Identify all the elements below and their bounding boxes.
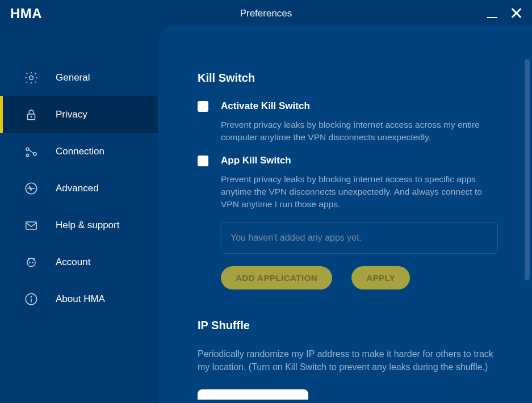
svg-point-12 bbox=[31, 296, 31, 297]
svg-point-8 bbox=[30, 262, 30, 263]
app-killswitch-checkbox[interactable] bbox=[198, 156, 208, 166]
section-title-ipshuffle: IP Shuffle bbox=[198, 319, 498, 332]
svg-point-3 bbox=[26, 148, 29, 150]
window-title: Preferences bbox=[240, 8, 292, 19]
sidebar-item-label: Privacy bbox=[56, 109, 87, 120]
svg-point-0 bbox=[30, 75, 33, 79]
gear-icon bbox=[24, 70, 39, 85]
sidebar-item-privacy[interactable]: Privacy bbox=[0, 96, 158, 133]
add-application-button[interactable]: ADD APPLICATION bbox=[221, 266, 332, 289]
apply-button[interactable]: APPLY bbox=[351, 266, 410, 289]
section-title-killswitch: Kill Switch bbox=[198, 72, 498, 85]
sidebar-item-connection[interactable]: Connection bbox=[0, 133, 158, 170]
apps-list-empty: You haven't added any apps yet. bbox=[221, 222, 498, 254]
activate-killswitch-label: Activate Kill Switch bbox=[221, 100, 498, 112]
info-icon bbox=[24, 292, 39, 307]
sidebar-item-help[interactable]: Help & support bbox=[0, 207, 158, 244]
sidebar-item-general[interactable]: General bbox=[0, 59, 158, 96]
sidebar-item-account[interactable]: Account bbox=[0, 244, 158, 280]
sidebar-item-label: General bbox=[56, 72, 90, 83]
svg-point-9 bbox=[32, 262, 33, 263]
ipshuffle-desc: Periodically randomize my IP address to … bbox=[198, 348, 498, 373]
sidebar-item-label: Connection bbox=[56, 146, 104, 157]
svg-point-4 bbox=[33, 152, 36, 155]
pulse-icon bbox=[24, 181, 39, 196]
scrollbar-thumb[interactable] bbox=[525, 59, 530, 280]
svg-point-5 bbox=[26, 154, 28, 156]
sidebar-item-label: Advanced bbox=[56, 183, 99, 194]
activate-killswitch-desc: Prevent privacy leaks by blocking intern… bbox=[221, 119, 498, 144]
sidebar-item-label: Help & support bbox=[56, 220, 119, 231]
sidebar-item-advanced[interactable]: Advanced bbox=[0, 170, 158, 207]
envelope-icon bbox=[24, 218, 39, 233]
sidebar-item-about[interactable]: About HMA bbox=[0, 280, 158, 317]
svg-point-6 bbox=[26, 183, 37, 194]
sidebar: General Privacy Connection Advanced Help bbox=[0, 27, 158, 403]
donkey-icon bbox=[24, 255, 39, 270]
app-killswitch-desc: Prevent privacy leaks by blocking intern… bbox=[221, 173, 498, 211]
svg-rect-7 bbox=[26, 222, 36, 229]
app-killswitch-label: App Kill Switch bbox=[221, 155, 498, 166]
connection-icon bbox=[24, 144, 39, 159]
close-button[interactable] bbox=[510, 7, 522, 18]
minimize-button[interactable] bbox=[487, 7, 498, 18]
sidebar-item-label: About HMA bbox=[56, 293, 105, 305]
app-logo: HMA bbox=[10, 6, 42, 22]
preferences-panel: Kill Switch Activate Kill Switch Prevent… bbox=[158, 26, 532, 403]
lock-icon bbox=[24, 107, 39, 122]
sidebar-item-label: Account bbox=[56, 257, 90, 268]
ipshuffle-control-partial[interactable] bbox=[198, 389, 308, 400]
svg-point-2 bbox=[31, 116, 31, 117]
activate-killswitch-checkbox[interactable] bbox=[198, 101, 208, 112]
